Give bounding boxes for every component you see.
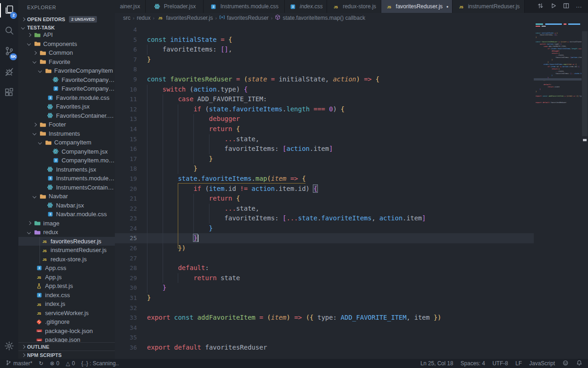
breadcrumb-item-state-favoriteitems-map-callback[interactable]: state.favoriteItems.map() callback [275, 14, 365, 22]
tree-item-footer[interactable]: Footer [18, 120, 115, 129]
tree-item-companyitem-module[interactable]: 3CompanyItem.module.... [18, 156, 115, 165]
tree-item-companyitem[interactable]: CompanyItem [18, 138, 115, 147]
tree-item-redux-store-js[interactable]: JSredux-store.js [18, 255, 115, 264]
tree-item-index-js[interactable]: JSindex.js [18, 299, 115, 309]
tree-item-navbar-jsx[interactable]: Navbar.jsx [18, 201, 115, 210]
scrollbar-thumb[interactable] [582, 31, 588, 136]
tab-index-css[interactable]: 3index.css [285, 0, 327, 13]
status-language-mode[interactable]: JavaScript [529, 360, 555, 367]
tab-instruments-module-css[interactable]: 3Instruments.module.css [204, 0, 285, 13]
tree-item-favorites-jsx[interactable]: Favorites.jsx [18, 102, 115, 111]
tree-item-favoritecompanyitem[interactable]: FavoriteCompanyItem [18, 66, 115, 75]
code-line-13[interactable]: 13 debugger [115, 114, 534, 124]
tree-item-instruments-jsx[interactable]: Instruments.jsx [18, 165, 115, 174]
code-editor[interactable]: 45const initialState = {6 favoriteItems:… [115, 23, 588, 359]
activity-explorer[interactable]: 2 [0, 0, 18, 21]
tree-item-api[interactable]: API [18, 30, 115, 40]
code-line-30[interactable]: 30 } [115, 283, 534, 293]
status-feedback[interactable] [562, 360, 569, 368]
tree-item-companyitem-jsx[interactable]: CompanyItem.jsx [18, 147, 115, 156]
code-line-14[interactable]: 14 return { [115, 124, 534, 134]
tab-redux-store-js[interactable]: JSredux-store.js [327, 0, 381, 13]
code-line-35[interactable]: 35 [115, 333, 534, 343]
tab-favoritesreduser-js[interactable]: JSfavoritesReduser.js● [381, 0, 452, 13]
code-line-9[interactable]: 9const favoritesReduser = (state = initi… [115, 75, 534, 85]
tree-item-favoritescontainer-jsx[interactable]: FavoritesContainer.jsx [18, 111, 115, 121]
split-editor-button[interactable] [560, 0, 572, 13]
tree-item-navbar[interactable]: Navbar [18, 192, 115, 201]
npm-scripts-section[interactable]: NPM SCRIPTS [18, 351, 115, 359]
run-button[interactable] [547, 0, 560, 13]
tree-item-gitignore[interactable]: .gitignore [18, 317, 115, 327]
tree-item-common[interactable]: Common [18, 48, 115, 58]
code-line-10[interactable]: 10 switch (action.type) { [115, 85, 534, 95]
code-line-15[interactable]: 15 ...state, [115, 134, 534, 144]
tree-item-instrumentreduser-js[interactable]: JSinstrumentReduser.js [18, 246, 115, 255]
more-actions-button[interactable]: ··· [572, 0, 585, 13]
status-indentation[interactable]: Spaces: 4 [461, 360, 485, 367]
tree-item-instrumentscontainer-jsx[interactable]: InstrumentsContainer.jsx [18, 183, 115, 192]
tree-item-components[interactable]: Components [18, 40, 115, 49]
tree-item-app-css[interactable]: 3App.css [18, 264, 115, 273]
tree-item-favoritesreduser-js[interactable]: JSfavoritesReduser.js [18, 237, 115, 246]
status-notifications[interactable] [576, 360, 582, 368]
code-line-11[interactable]: 11 case ADD_FAVORITE_ITEM: [115, 94, 534, 104]
activity-search[interactable] [0, 21, 18, 41]
editor-scrollbar[interactable] [582, 23, 588, 359]
tree-item-navbar-module-css[interactable]: 3Navbar.module.css [18, 210, 115, 219]
breadcrumb-item-src[interactable]: src [123, 15, 130, 21]
status-encoding[interactable]: UTF-8 [492, 360, 508, 367]
activity-source-control[interactable]: 5K [0, 41, 18, 62]
open-editors-section[interactable]: OPEN EDITORS 2 UNSAVED [18, 15, 115, 23]
status-sync[interactable]: ↻ [39, 360, 43, 367]
activity-extensions[interactable] [0, 83, 18, 104]
code-line-17[interactable]: 17 } [115, 154, 534, 164]
code-line-34[interactable]: 34 [115, 323, 534, 333]
breadcrumb-item-favoritesreduser-js[interactable]: JSfavoritesReduser.js [157, 14, 213, 22]
tree-item-favorite[interactable]: Favorite [18, 58, 115, 67]
code-line-12[interactable]: 12 if (state.favoriteItems.length === 0)… [115, 104, 534, 115]
tree-item-instruments-module-css[interactable]: 3Instruments.module.css [18, 174, 115, 183]
open-changes-button[interactable] [534, 0, 547, 13]
code-line-16[interactable]: 16 favoriteItems: [action.item] [115, 144, 534, 154]
code-line-31[interactable]: 31} [115, 293, 534, 303]
status-eol[interactable]: LF [515, 360, 522, 367]
code-line-18[interactable]: 18 } [115, 164, 534, 174]
code-line-27[interactable]: 27 [115, 253, 534, 264]
tab-preloader-jsx[interactable]: Preloader.jsx [146, 0, 204, 13]
tree-item-serviceworker-js[interactable]: JSserviceWorker.js [18, 309, 115, 318]
tree-item-favorite-module-css[interactable]: 3Favorite.module.css [18, 93, 115, 103]
tree-item-app-test-js[interactable]: App.test.js [18, 282, 115, 291]
tree-item-app-js[interactable]: JSApp.js [18, 273, 115, 282]
status-errors[interactable]: ⊗0 [50, 360, 59, 367]
status-warnings[interactable]: △0 [66, 360, 75, 367]
tree-item-favoritecompanyitem[interactable]: 3FavoriteCompanyItem.... [18, 84, 115, 93]
breadcrumb-item-redux[interactable]: redux [137, 15, 151, 21]
tab-instrumentreduser-js[interactable]: JSinstrumentReduser.js [452, 0, 525, 13]
code-line-19[interactable]: 19 state.favoriteItems.map(item => { [115, 174, 534, 184]
code-line-8[interactable]: 8 [115, 64, 534, 75]
tree-item-redux[interactable]: redux [18, 228, 115, 237]
code-line-32[interactable]: 32 [115, 303, 534, 313]
status-cursor-position[interactable]: Ln 25, Col 18 [420, 360, 453, 367]
outline-section[interactable]: OUTLINE [18, 342, 115, 351]
status-git-branch[interactable]: master* [6, 360, 32, 367]
code-line-29[interactable]: 29 return state [115, 273, 534, 283]
tree-item-index-css[interactable]: 3index.css [18, 291, 115, 300]
workspace-root[interactable]: TEST-TASK [18, 24, 115, 31]
tree-item-package-lock-json[interactable]: npmpackage-lock.json [18, 327, 115, 336]
code-line-5[interactable]: 5const initialState = { [115, 35, 534, 45]
tab-ainer-jsx[interactable]: ainer.jsx [115, 0, 146, 13]
tree-item-image[interactable]: image [18, 219, 115, 228]
code-line-4[interactable]: 4 [115, 25, 534, 35]
code-line-36[interactable]: 36export default favoritesReduser [115, 343, 534, 353]
tree-item-instruments[interactable]: Instruments [18, 129, 115, 138]
activity-debug[interactable] [0, 62, 18, 83]
breadcrumb-item-favoritesreduser[interactable]: favoritesReduser [219, 14, 269, 22]
status-scanning[interactable]: {..} : Scanning.. [81, 360, 119, 367]
code-line-7[interactable]: 7} [115, 55, 534, 65]
activity-manage[interactable] [0, 336, 18, 357]
code-line-6[interactable]: 6 favoriteItems: [], [115, 45, 534, 55]
code-line-33[interactable]: 33export const addFavoriteItem = (item) … [115, 313, 534, 323]
minimap[interactable]: const initialState = { favoriteItems: []… [534, 23, 582, 359]
